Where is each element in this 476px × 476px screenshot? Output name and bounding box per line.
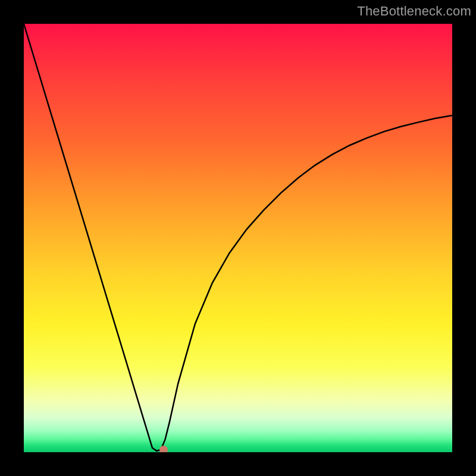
optimal-point-marker [159, 446, 168, 452]
curve-layer [24, 24, 452, 452]
bottleneck-curve [24, 24, 452, 451]
watermark-text: TheBottleneck.com [357, 4, 471, 19]
chart-frame: TheBottleneck.com [0, 0, 476, 476]
